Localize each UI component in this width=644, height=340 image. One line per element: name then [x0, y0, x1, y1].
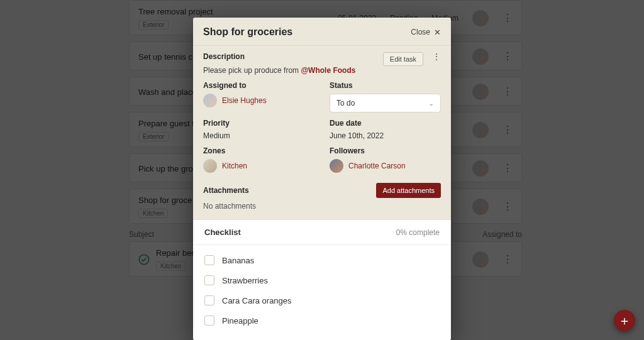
avatar [203, 94, 217, 107]
checklist-item: Pineapple [204, 310, 440, 331]
checklist-item-label: Strawberries [222, 276, 268, 285]
kebab-icon[interactable]: ⋮ [432, 52, 441, 61]
follower-name: Charlotte Carson [348, 162, 406, 170]
zone-name: Kitchen [222, 162, 247, 170]
modal-title: Shop for groceries [203, 26, 292, 38]
add-fab-button[interactable]: ＋ [614, 310, 635, 331]
mention-link[interactable]: @Whole Foods [301, 66, 355, 75]
checkbox[interactable] [204, 275, 214, 285]
checklist-item-label: Bananas [222, 256, 254, 265]
checkbox[interactable] [204, 255, 214, 265]
add-attachments-button[interactable]: Add attachments [376, 183, 441, 198]
follower-person[interactable]: Charlotte Carson [330, 159, 441, 173]
checklist-progress: 0% complete [396, 228, 440, 237]
checklist-item: Bananas [204, 250, 440, 270]
priority-value: Medium [203, 131, 314, 140]
close-icon: ✕ [434, 28, 441, 37]
checklist-item: Strawberries [204, 270, 440, 290]
status-label: Status [330, 81, 441, 90]
zones-label: Zones [203, 146, 314, 155]
priority-label: Priority [203, 119, 314, 128]
assigned-person[interactable]: Elsie Hughes [203, 94, 314, 107]
edit-task-button[interactable]: Edit task [383, 52, 423, 66]
status-value: To do [336, 99, 355, 107]
checklist-item-label: Pineapple [222, 316, 258, 326]
avatar [330, 159, 343, 173]
close-button[interactable]: Close ✕ [411, 28, 441, 37]
close-label: Close [411, 28, 430, 36]
attachments-label: Attachments [203, 186, 249, 195]
task-detail-modal: Shop for groceries Close ✕ Description E… [193, 18, 451, 340]
description-text: Please pick up produce from @Whole Foods [203, 66, 441, 75]
assigned-label: Assigned to [203, 81, 314, 90]
description-label: Description [203, 52, 377, 61]
chevron-down-icon: ⌄ [428, 99, 434, 107]
checklist-title: Checklist [204, 228, 241, 237]
checklist-item: Cara Cara oranges [204, 290, 440, 310]
description-prefix: Please pick up produce from [203, 66, 301, 75]
zone-chip[interactable]: Kitchen [203, 159, 314, 173]
plus-icon: ＋ [618, 312, 631, 329]
zone-icon [203, 159, 217, 173]
assigned-name: Elsie Hughes [222, 96, 267, 105]
checklist-item-label: Cara Cara oranges [222, 296, 292, 305]
status-select[interactable]: To do ⌄ [330, 94, 441, 112]
checkbox[interactable] [204, 315, 214, 326]
followers-label: Followers [330, 146, 441, 155]
checkbox[interactable] [204, 295, 214, 305]
no-attachments-text: No attachments [203, 202, 441, 211]
due-label: Due date [330, 119, 441, 128]
due-value: June 10th, 2022 [330, 131, 441, 140]
checklist-panel: Checklist 0% complete Bananas Strawberri… [193, 219, 451, 340]
